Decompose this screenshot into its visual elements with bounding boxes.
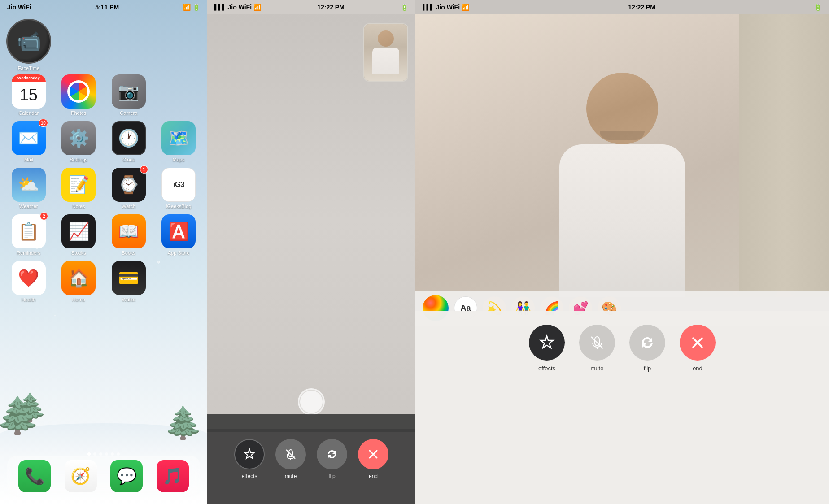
signal-icon: ▌▌▌ <box>214 4 226 10</box>
effects-ctrl-button[interactable]: effects <box>529 325 565 372</box>
facetime-icon-img: 📹 <box>6 19 51 64</box>
end-ctrl-button[interactable]: end <box>680 325 716 372</box>
battery-label: 🔋 <box>192 4 200 11</box>
facetime-effects-panel: ▌▌▌ Jio WiFi 📶 12:22 PM 🔋 <box>415 0 829 504</box>
settings-label: Settings <box>70 157 87 162</box>
music-icon: 🎵 <box>162 467 183 486</box>
preview-head <box>378 30 394 47</box>
books-label: Books <box>122 250 135 256</box>
signal-area: ▌▌▌ Jio WiFi 📶 <box>214 4 261 11</box>
facetime-panel: ▌▌▌ Jio WiFi 📶 12:22 PM 🔋 <box>207 0 415 504</box>
wifi-icon-3: 📶 <box>462 4 469 11</box>
dock-safari[interactable]: 🧭 <box>65 460 97 492</box>
weather-icon: ⛅ <box>18 175 39 195</box>
mute-ctrl-icon <box>589 335 605 351</box>
facetime-effects-status-bar: ▌▌▌ Jio WiFi 📶 12:22 PM 🔋 <box>415 0 829 14</box>
app-settings[interactable]: ⚙️ Settings <box>57 121 101 162</box>
shutter-inner <box>300 391 323 413</box>
app-appstore[interactable]: 🅰️ App Store <box>157 214 201 256</box>
app-mail[interactable]: ✉️ 10 Mail <box>6 121 51 162</box>
health-icon: ❤️ <box>18 268 39 288</box>
mute-circle <box>275 439 306 469</box>
flip-ctrl-button[interactable]: flip <box>629 325 665 372</box>
appstore-icon: 🅰️ <box>168 222 189 241</box>
app-books[interactable]: 📖 Books <box>106 214 151 256</box>
mute-button[interactable]: mute <box>275 439 306 479</box>
camera-label: Camera <box>120 110 137 116</box>
wallet-icon: 💳 <box>118 268 139 288</box>
status-indicators: 📶 🔋 <box>183 4 200 11</box>
mouth <box>600 131 645 140</box>
flip-ctrl-label: flip <box>644 365 651 372</box>
app-igeeksblog[interactable]: iG3 iGeeksBlog <box>157 168 201 209</box>
app-watch[interactable]: ⌚ 1 Watch <box>106 168 151 209</box>
battery-area-2: 🔋 <box>401 4 408 11</box>
battery-area-3: 🔋 <box>814 4 822 11</box>
carrier-label: Jio WiFi <box>7 4 31 11</box>
flip-icon <box>326 448 338 461</box>
curtain-bg <box>739 14 829 297</box>
wallet-label: Wallet <box>122 297 135 302</box>
stocks-icon: 📈 <box>68 222 89 241</box>
flip-button[interactable]: flip <box>317 439 347 479</box>
app-health[interactable]: ❤️ Health <box>6 261 51 302</box>
mute-ctrl-label: mute <box>591 365 604 372</box>
app-maps[interactable]: 🗺️ Maps <box>157 121 201 162</box>
app-clock[interactable]: 🕐 Clock <box>106 121 151 162</box>
flip-ctrl-circle <box>629 325 665 361</box>
dock-phone[interactable]: 📞 <box>18 460 51 492</box>
app-home[interactable]: 🏠 Home <box>57 261 101 302</box>
watch-badge: 1 <box>140 165 148 174</box>
igeeks-icon: iG3 <box>173 180 184 189</box>
time-label: 5:11 PM <box>95 4 119 11</box>
app-photos[interactable]: Photos <box>57 74 101 116</box>
facetime-status-bar: ▌▌▌ Jio WiFi 📶 12:22 PM 🔋 <box>207 0 415 14</box>
watch-label: Watch <box>122 204 135 209</box>
facetime-call-area <box>207 14 415 429</box>
effects-button[interactable]: effects <box>234 439 265 479</box>
dock-messages[interactable]: 💬 <box>110 460 143 492</box>
books-icon: 📖 <box>118 222 139 241</box>
mail-badge: 10 <box>39 119 48 127</box>
app-stocks[interactable]: 📈 Stocks <box>57 214 101 256</box>
page-dot-3 <box>99 452 102 456</box>
time-label-2: 12:22 PM <box>317 4 345 11</box>
app-wallet[interactable]: 💳 Wallet <box>106 261 151 302</box>
main-video-feed <box>415 14 829 297</box>
dock-music[interactable]: 🎵 <box>157 460 189 492</box>
messages-icon: 💬 <box>117 467 137 486</box>
status-bar: Jio WiFi 5:11 PM 📶 🔋 <box>0 0 207 14</box>
signal-icon-3: ▌▌▌ <box>423 4 434 10</box>
snowflake: ❄ <box>54 314 56 317</box>
maps-label: Maps <box>173 157 185 162</box>
preview-body <box>372 48 399 74</box>
facetime-label: FaceTime <box>18 65 40 71</box>
flip-ctrl-icon <box>639 335 655 351</box>
calendar-label: Calendar <box>18 110 39 116</box>
facetime-camera-icon: 📹 <box>17 30 41 53</box>
app-calendar[interactable]: Wednesday 15 Calendar <box>6 74 51 116</box>
end-button[interactable]: end <box>358 439 388 479</box>
home-screen: ❄ ❄ ❄ ❄ ❄ 🌲 🌲 🌲 Jio WiFi 5:11 PM 📶 🔋 📹 F… <box>0 0 207 504</box>
mail-icon: ✉️ <box>18 128 39 148</box>
mute-ctrl-circle <box>579 325 615 361</box>
mute-ctrl-button[interactable]: mute <box>579 325 615 372</box>
notes-icon: 📝 <box>68 175 89 195</box>
shutter-circle[interactable] <box>298 388 325 415</box>
mute-label: mute <box>285 473 297 479</box>
app-notes[interactable]: 📝 Notes <box>57 168 101 209</box>
notes-label: Notes <box>72 204 85 209</box>
battery-icon-3: 🔋 <box>814 4 822 11</box>
app-reminders[interactable]: 📋 2 Reminders <box>6 214 51 256</box>
home-label: Home <box>72 297 85 302</box>
app-weather[interactable]: ⛅ Weather <box>6 168 51 209</box>
flip-circle <box>317 439 347 469</box>
effects-star-icon-large <box>538 334 556 352</box>
app-camera[interactable]: 📷 Camera <box>106 74 151 116</box>
app-dock: 📞 🧭 💬 🎵 <box>7 456 200 497</box>
capture-button[interactable] <box>298 388 325 415</box>
self-preview-video <box>364 24 407 81</box>
reminders-badge: 2 <box>40 212 48 220</box>
app-facetime[interactable]: 📹 FaceTime <box>6 19 51 71</box>
igeeks-label: iGeeksBlog <box>166 204 191 209</box>
